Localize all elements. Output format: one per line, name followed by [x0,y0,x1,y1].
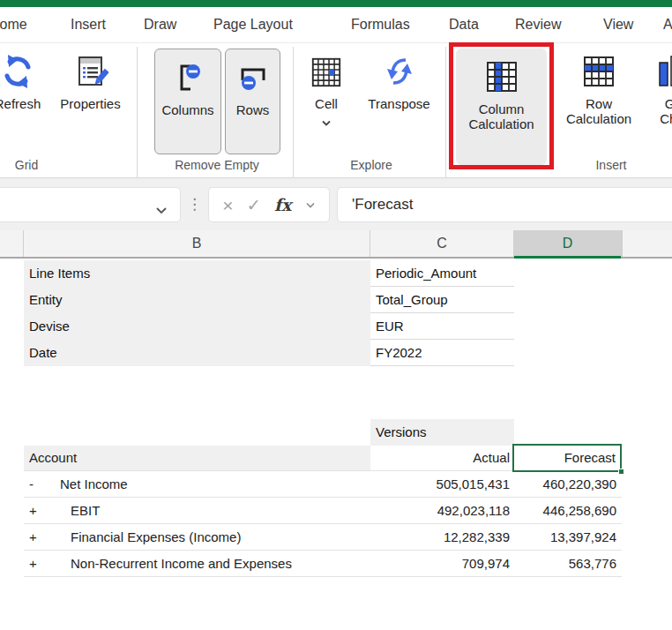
ribbon: Refresh Properties [0,42,672,177]
column-calculation-icon [484,54,519,94]
cell-line-items-label[interactable]: Line Items [24,260,370,287]
collapse-sign[interactable]: - [29,471,34,497]
cell-forecast-value[interactable]: 460,220,390 [514,471,622,497]
tab-data[interactable]: Data [449,7,479,42]
confirm-icon[interactable]: ✓ [247,197,261,214]
tab-home[interactable]: Home [0,7,27,42]
cell-actual-value[interactable]: 12,282,339 [315,524,510,550]
group-label-explore: Explore [302,158,441,176]
expand-sign[interactable]: + [29,551,37,576]
cell-dropdown-chevron-icon[interactable] [321,115,332,131]
cell-date-value[interactable]: FY2022 [370,340,514,366]
cell-forecast-selected[interactable]: Forecast [512,444,622,472]
cell-account-name[interactable]: EBIT [71,498,100,523]
properties-icon [73,49,108,89]
remove-rows-icon [235,55,271,95]
tab-view[interactable]: View [603,7,633,42]
group-separator [137,47,138,177]
cell-label: Cell [315,96,338,111]
cell-date-label[interactable]: Date [24,340,370,366]
formula-input[interactable]: 'Forecast [337,187,672,222]
formula-bar: ⋮ × ✓ fx 'Forecast [0,177,672,230]
cell-account-header[interactable]: Account [24,446,370,470]
column-header-a-sliver[interactable] [0,230,24,257]
tab-clipped[interactable]: A [663,7,672,42]
cell-entity-label[interactable]: Entity [24,287,370,313]
cell-button[interactable]: Cell [302,49,351,131]
row-calculation-button[interactable]: Row Calculation [558,49,639,126]
info-label-block: Line Items Entity Devise Date [24,260,370,366]
cell-account-name[interactable]: Net Income [60,471,128,497]
row-calculation-label: Row Calculation [558,96,639,126]
table-row: + Financial Expenses (Income) 12,282,339… [24,524,622,551]
cell-devise-label[interactable]: Devise [24,313,370,340]
chart-label-line1: Gr [665,96,672,111]
column-calculation-button[interactable]: Column Calculation [456,49,547,165]
title-bar-accent [0,0,672,7]
formula-buttons: × ✓ fx [208,187,330,222]
refresh-label: Refresh [0,96,41,111]
column-calculation-label: Column Calculation [456,101,547,131]
properties-button[interactable]: Properties [49,49,132,111]
group-label-remove-empty: Remove Empty [154,158,280,176]
cell-actual-value[interactable]: 492,023,118 [315,498,510,523]
remove-columns-icon [170,55,205,95]
bar-chart-icon [654,49,672,89]
remove-empty-rows-button[interactable]: Rows [225,49,280,154]
transpose-icon [382,49,417,89]
cell-entity-value[interactable]: Total_Group [370,287,514,313]
properties-label: Properties [60,96,120,111]
expand-sign[interactable]: + [29,498,37,523]
tab-draw[interactable]: Draw [144,7,176,42]
cell-versions-header[interactable]: Versions [370,419,514,446]
group-label-insert: Insert [558,158,664,176]
spreadsheet-grid: Line Items Entity Devise Date Periodic_A… [0,259,672,630]
cell-line-items-value[interactable]: Periodic_Amount [370,260,514,287]
column-header-d-label: D [563,236,573,251]
rows-label: Rows [236,102,270,117]
chart-button-clipped[interactable]: Gr Cha [644,49,672,126]
fx-chevron-icon[interactable] [305,197,316,213]
name-box[interactable] [0,187,181,222]
table-row: + EBIT 492,023,118 446,258,690 [24,498,622,524]
cell-actual-header[interactable]: Actual [370,446,514,470]
table-header-row: Account Actual Forecast [24,446,622,471]
tab-insert[interactable]: Insert [71,7,106,42]
forecast-header-label: Forecast [564,450,616,465]
refresh-button[interactable]: Refresh [0,49,51,111]
row-calculation-icon [581,49,616,89]
column-header-b[interactable]: B [24,230,370,257]
ribbon-tab-bar: Home Insert Draw Page Layout Formulas Da… [0,7,672,42]
transpose-button[interactable]: Transpose [357,49,441,111]
excel-window: Home Insert Draw Page Layout Formulas Da… [0,0,672,630]
refresh-icon [0,49,35,89]
group-separator [293,47,294,177]
column-header-e-sliver[interactable] [622,230,672,257]
columns-label: Columns [161,102,213,117]
remove-empty-columns-button[interactable]: Columns [154,49,221,154]
tab-page-layout[interactable]: Page Layout [213,7,293,42]
cell-account-name[interactable]: Financial Expenses (Income) [71,524,241,550]
group-separator [445,47,446,177]
tab-review[interactable]: Review [515,7,561,42]
insert-function-icon[interactable]: fx [274,195,292,214]
cell-forecast-value[interactable]: 446,258,690 [514,498,622,523]
expand-sign[interactable]: + [29,524,37,550]
formula-bar-grip-icon: ⋮ [187,187,199,222]
cancel-icon[interactable]: × [222,196,233,214]
cell-actual-value[interactable]: 709,974 [315,551,510,576]
column-header-d-selected[interactable]: D [514,230,622,257]
column-header-c[interactable]: C [370,230,514,257]
table-row: + Non-Recurrent Income and Expenses 709,… [24,551,622,577]
name-box-chevron-icon[interactable] [155,202,168,218]
tab-formulas[interactable]: Formulas [351,7,410,42]
cell-devise-value[interactable]: EUR [370,313,514,340]
column-header-row: B C D [0,230,672,259]
transpose-label: Transpose [368,96,429,111]
cell-account-name[interactable]: Non-Recurrent Income and Expenses [71,551,292,576]
cell-forecast-value[interactable]: 563,776 [514,551,622,576]
cell-grid-icon [310,49,343,89]
cell-actual-value[interactable]: 505,015,431 [315,471,510,497]
group-label-grid: Grid [0,158,71,176]
cell-forecast-value[interactable]: 13,397,924 [514,524,622,550]
